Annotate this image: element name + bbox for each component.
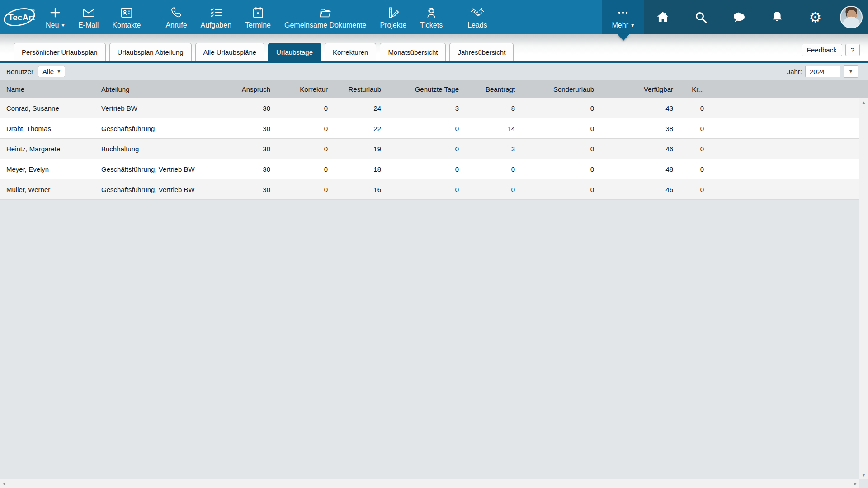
table-cell: Draht, Thomas [0,118,95,138]
scroll-left-icon[interactable]: ◂ [3,481,5,486]
feedback-button[interactable]: Feedback [802,44,842,56]
tab-jahresuebersicht[interactable]: Jahresübersicht [449,43,514,61]
column-header-korrektur[interactable]: Korrektur [271,80,329,98]
table-cell: 46 [595,179,674,199]
table-row[interactable]: Heintz, MargareteBuchhaltung30019030460 [0,139,859,159]
nav-item-tickets[interactable]: Tickets [413,0,449,34]
table-cell: 19 [329,139,382,159]
table-cell: 0 [460,159,516,179]
nav-label: Mehr [612,21,628,29]
table-cell: 30 [231,159,271,179]
table-cell: 8 [460,98,516,118]
horizontal-scrollbar[interactable]: ◂ ▸ [0,479,859,488]
nav-item-email[interactable]: E-Mail [71,0,105,34]
scroll-down-icon[interactable]: ▾ [863,473,865,478]
column-header-verfuegbar[interactable]: Verfügbar [595,80,674,98]
tab-urlaubsplan-abteilung[interactable]: Urlaubsplan Abteilung [109,43,192,61]
nav-item-leads[interactable]: Leads [461,0,494,34]
chevron-down-icon: ▾ [631,22,634,28]
table-row[interactable]: Meyer, EvelynGeschäftsführung, Vertrieb … [0,159,859,179]
table-cell: 0 [674,118,705,138]
home-button[interactable] [649,4,676,31]
table-cell: 46 [595,139,674,159]
nav-label: Kontakte [112,21,141,29]
table-body: Conrad, SusanneVertrieb BW30024380430Dra… [0,98,859,200]
table-cell: 24 [329,98,382,118]
tab-urlaubstage[interactable]: Urlaubstage [268,43,321,61]
ticket-support-icon [425,5,438,20]
chat-button[interactable] [726,4,753,31]
table-row[interactable]: Draht, ThomasGeschäftsführung30022014038… [0,118,859,139]
home-icon [656,10,670,24]
nav-label: Leads [467,21,487,29]
table-header: Name Abteilung Anspruch Korrektur Restur… [0,80,868,98]
ellipsis-icon [616,5,630,20]
nav-item-termine[interactable]: Termine [238,0,278,34]
tab-strip: Persönlicher Urlaubsplan Urlaubsplan Abt… [0,34,868,63]
table-cell: Geschäftsführung, Vertrieb BW [95,179,231,199]
benutzer-dropdown[interactable]: Alle ▾ [38,66,65,77]
search-button[interactable] [687,4,714,31]
projects-icon [387,5,400,20]
help-button[interactable]: ? [845,44,860,56]
vertical-scrollbar[interactable]: ▴ ▾ [859,98,868,479]
table-cell: 0 [460,179,516,199]
table-cell: 0 [382,159,460,179]
nav-item-neu[interactable]: Neu▾ [39,0,71,34]
table-cell: 0 [516,98,595,118]
table-cell: 0 [271,98,329,118]
column-header-resturlaub[interactable]: Resturlaub [329,80,382,98]
column-header-sonderurlaub[interactable]: Sonderurlaub [516,80,595,98]
nav-item-anrufe[interactable]: Anrufe [159,0,193,34]
notifications-button[interactable] [764,4,791,31]
plus-icon [48,5,62,20]
table-cell: 3 [460,139,516,159]
column-header-abteilung[interactable]: Abteilung [95,80,231,98]
nav-label: Tickets [420,21,443,29]
table-cell: 0 [516,179,595,199]
table-cell: 16 [329,179,382,199]
table-row[interactable]: Conrad, SusanneVertrieb BW30024380430 [0,98,859,118]
column-header-genutzte-tage[interactable]: Genutzte Tage [382,80,460,98]
benutzer-label: Benutzer [6,68,33,75]
column-header-name[interactable]: Name [0,80,95,98]
checklist-icon [209,5,223,20]
column-header-krank[interactable]: Kr... [674,80,705,98]
scroll-up-icon[interactable]: ▴ [863,100,865,105]
column-header-anspruch[interactable]: Anspruch [231,80,271,98]
nav-label: Termine [245,21,271,29]
strip-actions: Feedback ? [802,44,860,56]
nav-item-projekte[interactable]: Projekte [373,0,413,34]
avatar[interactable] [840,6,863,28]
nav-separator [455,11,455,23]
column-header-beantragt[interactable]: Beantragt [460,80,516,98]
tab-persoenlicher-urlaubsplan[interactable]: Persönlicher Urlaubsplan [14,43,106,61]
nav-item-kontakte[interactable]: Kontakte [105,0,147,34]
tecart-logo[interactable]: TecArt ® [0,0,39,34]
settings-button[interactable]: ⚙ [802,4,829,31]
jahr-dropdown-button[interactable]: ▾ [844,65,858,78]
nav-item-mehr[interactable]: Mehr▾ [602,0,644,34]
table-cell: 0 [382,118,460,138]
table-cell: 48 [595,159,674,179]
tab-monatsuebersicht[interactable]: Monatsübersicht [380,43,446,61]
nav-item-aufgaben[interactable]: Aufgaben [194,0,239,34]
scroll-right-icon[interactable]: ▸ [854,481,857,486]
tabs: Persönlicher Urlaubsplan Urlaubsplan Abt… [14,43,514,61]
tab-korrekturen[interactable]: Korrekturen [325,43,376,61]
jahr-input[interactable] [805,66,840,77]
table-cell: 43 [595,98,674,118]
folder-open-icon [319,5,332,20]
table-cell: 30 [231,98,271,118]
chevron-down-icon: ▾ [849,68,853,74]
top-navigation-bar: TecArt ® Neu▾ E-Mail Kontakte Anrufe Auf… [0,0,868,34]
table-cell: Meyer, Evelyn [0,159,95,179]
tab-alle-urlaubsplaene[interactable]: Alle Urlaubspläne [195,43,265,61]
table-cell: 0 [271,139,329,159]
search-icon [693,10,708,24]
nav-label: E-Mail [78,21,99,29]
nav-item-gemeinsame-dokumente[interactable]: Gemeinsame Dokumente [278,0,373,34]
table-cell: 0 [516,139,595,159]
table-row[interactable]: Müller, WernerGeschäftsführung, Vertrieb… [0,179,859,200]
table-cell: Müller, Werner [0,179,95,199]
